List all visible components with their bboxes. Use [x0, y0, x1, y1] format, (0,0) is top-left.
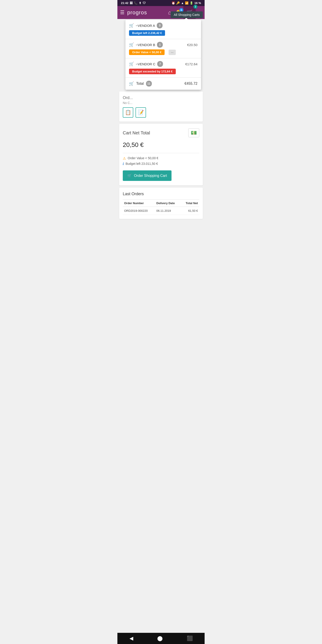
vendor-c-amount: €172.64	[185, 62, 198, 66]
orders-table-body: ORD2019-000220 06.11.2019 61,50 €	[123, 207, 199, 215]
vendor-b-cart-icon: 🛒	[129, 42, 134, 47]
vendor-b-name-group: 🛒 ~VENDOR B 1	[129, 42, 163, 48]
cart-net-total-header: Cart Net Total 💵	[123, 128, 199, 137]
key-icon: 🔑	[176, 1, 180, 5]
list-icon-btn[interactable]: 📝	[136, 107, 146, 118]
vendor-a-cart-icon: 🛒	[129, 23, 134, 28]
cart-badge: 3	[194, 5, 198, 9]
total-cart-icon: 🛒	[129, 81, 134, 86]
photo-icon: 🖼	[130, 1, 132, 5]
vendor-c-cart-icon: 🛒	[129, 62, 134, 66]
vendor-c-header: 🛒 ~VENDOR C 7 €172.64	[129, 61, 198, 67]
vendor-a-name-group: 🛒 ~VENDOR A 3	[129, 22, 162, 28]
vendor-b-status-tag: Order Value < 50,00 €	[129, 50, 164, 55]
background-card: Ord... No C... 📋 📝	[119, 92, 203, 122]
total-row: 🛒 Total 11 €455.72	[126, 78, 201, 90]
orders-table: Order Number Delivery Date Total Net ORD…	[123, 200, 199, 215]
last-orders-title: Last Orders	[123, 192, 199, 196]
total-label: Total	[136, 82, 144, 86]
order-value-warning-text: Order Value < 50,00 €	[128, 156, 158, 160]
order-btn-cart-icon: 🛒	[127, 174, 132, 178]
warning-icon: ⚠	[123, 156, 126, 160]
col-total-net: Total Net	[181, 200, 199, 207]
order-number-cell: ORD2019-000220	[123, 207, 155, 215]
status-right: ⏰ 🔑 ▲ 📶 🔋 16 %	[172, 1, 201, 5]
cart-total-amount: 20,50 €	[123, 141, 199, 148]
battery-percent: 16 %	[194, 1, 201, 5]
alarm-icon: ⏰	[172, 1, 175, 5]
hamburger-menu[interactable]: ☰	[120, 10, 124, 16]
table-row: ORD2019-000220 06.11.2019 61,50 €	[123, 207, 199, 215]
vendor-a-name: ~VENDOR A	[136, 24, 155, 28]
vendor-b-header: 🛒 ~VENDOR B 1 €20.50	[129, 42, 198, 48]
vendor-b-name: ~VENDOR B	[136, 43, 155, 47]
order-shopping-cart-button[interactable]: 🛒 Order Shopping Cart	[123, 170, 172, 181]
vendor-c-status-tag: Budget exceeded by 172,64 €	[129, 69, 176, 74]
vendor-a-row: 🛒 ~VENDOR A 3 Budget left 2.236,42 €	[126, 20, 201, 39]
status-bar: 21:42 🖼 📞 ⬆ 🛡 ⏰ 🔑 ▲ 📶 🔋 16 %	[118, 0, 204, 6]
vendor-a-status-tag: Budget left 2.236,42 €	[129, 30, 165, 36]
vendor-c-name-group: 🛒 ~VENDOR C 7	[129, 61, 163, 67]
cart-net-total-title: Cart Net Total	[123, 130, 150, 136]
all-carts-tooltip: All Shopping Carts	[170, 12, 203, 18]
money-icon: 💵	[188, 128, 199, 137]
info-icon: i	[123, 162, 124, 166]
battery-icon: 🔋	[190, 1, 193, 5]
total-net-cell: 61,50 €	[181, 207, 199, 215]
vendor-a-header: 🛒 ~VENDOR A 3	[129, 22, 198, 28]
vendor-c-row: 🛒 ~VENDOR C 7 €172.64 Budget exceeded by…	[126, 58, 201, 78]
nav-icon: ⬆	[139, 1, 141, 5]
shield-icon: 🛡	[143, 1, 146, 5]
vendor-c-count: 7	[157, 61, 163, 67]
status-left: 21:42 🖼 📞 ⬆ 🛡	[121, 1, 146, 5]
vendor-dropdown: 🛒 ~VENDOR A 3 Budget left 2.236,42 € 🛒 ~…	[126, 20, 201, 90]
ord-label: Ord...	[123, 96, 199, 100]
total-count: 11	[146, 81, 152, 86]
order-btn-label: Order Shopping Cart	[134, 174, 167, 178]
all-carts-tooltip-text: All Shopping Carts	[174, 13, 200, 16]
no-c-label: No C...	[123, 101, 199, 105]
total-amount: €455.72	[184, 82, 198, 86]
vendor-a-count: 3	[157, 22, 162, 28]
orders-table-header-row: Order Number Delivery Date Total Net	[123, 200, 199, 207]
wifi-icon: ▲	[181, 1, 184, 5]
dropdown-popup-wrapper: All Shopping Carts 🛒 ~VENDOR A 3 Budget …	[119, 20, 203, 90]
vendor-b-count: 1	[157, 42, 163, 48]
total-label-group: 🛒 Total 11	[129, 81, 152, 86]
vendor-b-row: 🛒 ~VENDOR B 1 €20.50 Order Value < 50,00…	[126, 39, 201, 58]
signal-icon: 📶	[185, 1, 188, 5]
vendor-b-amount: €20.50	[187, 43, 198, 47]
vendor-c-name: ~VENDOR C	[136, 62, 156, 66]
divider	[123, 153, 199, 153]
budget-info: i Budget left 23.011,50 €	[123, 162, 199, 166]
vendor-b-more-button[interactable]: ···	[168, 50, 176, 55]
cart-net-total-card: Cart Net Total 💵 20,50 € ⚠ Order Value <…	[119, 124, 203, 185]
delivery-date-cell: 06.11.2019	[155, 207, 181, 215]
copy-icon-btn[interactable]: 📋	[123, 107, 133, 118]
order-value-warning: ⚠ Order Value < 50,00 €	[123, 156, 199, 160]
time: 21:42	[121, 1, 128, 5]
col-delivery-date: Delivery Date	[155, 200, 181, 207]
last-orders-card: Last Orders Order Number Delivery Date T…	[119, 188, 203, 219]
app-logo: progros	[127, 10, 166, 16]
col-order-number: Order Number	[123, 200, 155, 207]
call-icon: 📞	[134, 1, 138, 5]
budget-info-text: Budget left 23.011,50 €	[126, 162, 158, 166]
